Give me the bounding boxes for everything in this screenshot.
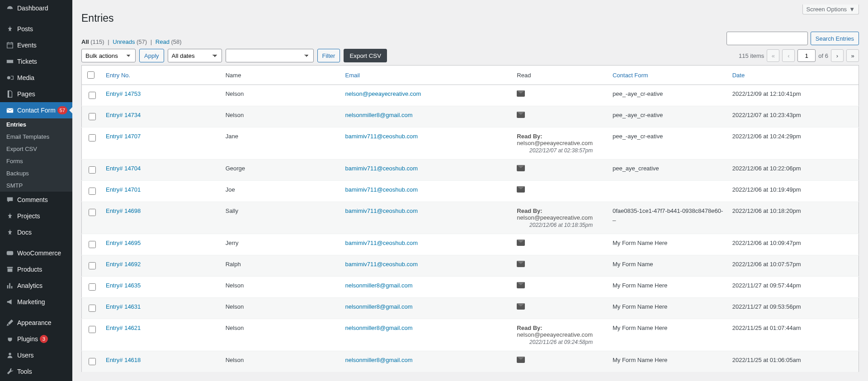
table-row: Entry# 14704Georgebamimiv711@ceoshub.com…: [82, 160, 859, 181]
email-link[interactable]: bamimiv711@ceoshub.com: [345, 133, 418, 140]
email-link[interactable]: nelsonmiller8@gmail.com: [345, 112, 412, 118]
entry-link[interactable]: Entry# 14704: [106, 165, 141, 172]
sidebar-item-contact-form[interactable]: Contact Form57: [0, 102, 72, 118]
entry-link[interactable]: Entry# 14692: [106, 261, 141, 268]
events-icon: [5, 41, 14, 50]
items-count: 115 items: [739, 52, 764, 59]
entry-link[interactable]: Entry# 14698: [106, 207, 141, 214]
email-link[interactable]: nelsonmiller8@gmail.com: [345, 325, 412, 331]
submenu-item-email-templates[interactable]: Email Templates: [0, 131, 72, 143]
entry-link[interactable]: Entry# 14635: [106, 282, 141, 289]
filter-unreads[interactable]: Unreads: [113, 38, 135, 45]
sidebar-item-posts[interactable]: Posts: [0, 21, 72, 37]
email-link[interactable]: nelson@peeayecreative.com: [345, 90, 421, 97]
entry-link[interactable]: Entry# 14618: [106, 357, 141, 363]
row-checkbox[interactable]: [89, 134, 96, 141]
filter-unreads-count: (57): [137, 38, 147, 45]
svg-point-3: [9, 353, 11, 355]
sidebar-item-products[interactable]: Products: [0, 261, 72, 278]
email-link[interactable]: bamimiv711@ceoshub.com: [345, 207, 418, 214]
entry-link[interactable]: Entry# 14701: [106, 186, 141, 193]
search-input[interactable]: [726, 32, 808, 45]
filter-all[interactable]: All: [81, 38, 89, 45]
table-row: Entry# 14618Nelsonnelsonmiller8@gmail.co…: [82, 351, 859, 372]
bulk-actions-select[interactable]: Bulk actions: [81, 49, 136, 62]
email-link[interactable]: bamimiv711@ceoshub.com: [345, 261, 418, 268]
row-checkbox[interactable]: [89, 209, 96, 216]
date-filter-select[interactable]: All dates: [168, 49, 222, 62]
column-date[interactable]: Date: [732, 72, 745, 79]
first-page-button[interactable]: «: [767, 49, 779, 62]
email-link[interactable]: nelsonmiller8@gmail.com: [345, 303, 412, 310]
sidebar-item-marketing[interactable]: Marketing: [0, 294, 72, 310]
sidebar-item-tickets[interactable]: Tickets: [0, 53, 72, 70]
row-checkbox[interactable]: [89, 188, 96, 195]
email-link[interactable]: bamimiv711@ceoshub.com: [345, 165, 418, 172]
form-filter-select[interactable]: [226, 49, 314, 62]
sidebar-item-comments[interactable]: Comments: [0, 192, 72, 208]
screen-options-toggle[interactable]: Screen Options ▼: [802, 5, 859, 14]
row-checkbox[interactable]: [89, 262, 96, 269]
last-page-button[interactable]: »: [846, 49, 859, 62]
sidebar-item-analytics[interactable]: Analytics: [0, 278, 72, 294]
entry-link[interactable]: Entry# 14621: [106, 325, 141, 331]
row-checkbox[interactable]: [89, 358, 96, 365]
mail-icon: [517, 357, 525, 363]
mail-icon: [517, 112, 525, 118]
row-checkbox[interactable]: [89, 241, 96, 248]
main-content: Screen Options ▼ Entries All (115) | Unr…: [72, 0, 868, 381]
email-link[interactable]: bamimiv711@ceoshub.com: [345, 186, 418, 193]
sidebar-item-docs[interactable]: Docs: [0, 224, 72, 240]
entry-name: Joe: [222, 181, 342, 202]
admin-sidebar: DashboardPostsEventsTicketsMediaPagesCon…: [0, 0, 72, 381]
sidebar-item-projects[interactable]: Projects: [0, 208, 72, 224]
next-page-button[interactable]: ›: [831, 49, 844, 62]
row-checkbox[interactable]: [89, 305, 96, 312]
sidebar-item-label: Dashboard: [17, 5, 48, 12]
column-entry-no[interactable]: Entry No.: [106, 72, 130, 79]
submenu-item-backups[interactable]: Backups: [0, 167, 72, 179]
entry-form: My Form Name Here: [609, 277, 729, 298]
row-checkbox[interactable]: [89, 283, 96, 291]
export-csv-button[interactable]: Export CSV: [344, 49, 387, 62]
row-checkbox[interactable]: [89, 92, 96, 99]
entry-link[interactable]: Entry# 14753: [106, 90, 141, 97]
filter-read[interactable]: Read: [156, 38, 170, 45]
sidebar-item-plugins[interactable]: Plugins3: [0, 331, 72, 347]
sidebar-item-media[interactable]: Media: [0, 70, 72, 86]
column-contact-form[interactable]: Contact Form: [613, 72, 648, 79]
row-checkbox[interactable]: [89, 166, 96, 174]
prev-page-button[interactable]: ‹: [782, 49, 795, 62]
sidebar-item-pages[interactable]: Pages: [0, 86, 72, 102]
table-row: Entry# 14692Ralphbamimiv711@ceoshub.comM…: [82, 255, 859, 277]
entry-date: 2022/12/06 at 10:09:47pm: [729, 234, 859, 255]
submenu-item-forms[interactable]: Forms: [0, 155, 72, 167]
sidebar-item-tools[interactable]: Tools: [0, 363, 72, 380]
entry-link[interactable]: Entry# 14707: [106, 133, 141, 140]
submenu-item-smtp[interactable]: SMTP: [0, 179, 72, 192]
email-link[interactable]: bamimiv711@ceoshub.com: [345, 240, 418, 246]
email-link[interactable]: nelsonmiller8@gmail.com: [345, 357, 412, 363]
sidebar-item-label: Appearance: [17, 319, 52, 326]
search-entries-button[interactable]: Search Entries: [811, 32, 859, 45]
sidebar-item-dashboard[interactable]: Dashboard: [0, 0, 72, 16]
current-page-input[interactable]: [797, 49, 816, 62]
select-all-checkbox[interactable]: [87, 71, 94, 79]
sidebar-item-events[interactable]: Events: [0, 37, 72, 53]
row-checkbox[interactable]: [89, 113, 96, 120]
column-email[interactable]: Email: [345, 72, 360, 79]
sidebar-item-appearance[interactable]: Appearance: [0, 315, 72, 331]
sidebar-item-users[interactable]: Users: [0, 347, 72, 363]
entry-link[interactable]: Entry# 14695: [106, 240, 141, 246]
total-pages-label: of 6: [818, 52, 828, 59]
tickets-icon: [5, 57, 14, 66]
entry-link[interactable]: Entry# 14734: [106, 112, 141, 118]
sidebar-item-woocommerce[interactable]: WooCommerce: [0, 245, 72, 261]
filter-button[interactable]: Filter: [317, 49, 340, 62]
submenu-item-export-csv[interactable]: Export CSV: [0, 143, 72, 155]
email-link[interactable]: nelsonmiller8@gmail.com: [345, 282, 412, 289]
apply-button[interactable]: Apply: [139, 49, 164, 62]
entry-link[interactable]: Entry# 14631: [106, 303, 141, 310]
row-checkbox[interactable]: [89, 326, 96, 333]
submenu-item-entries[interactable]: Entries: [0, 118, 72, 131]
